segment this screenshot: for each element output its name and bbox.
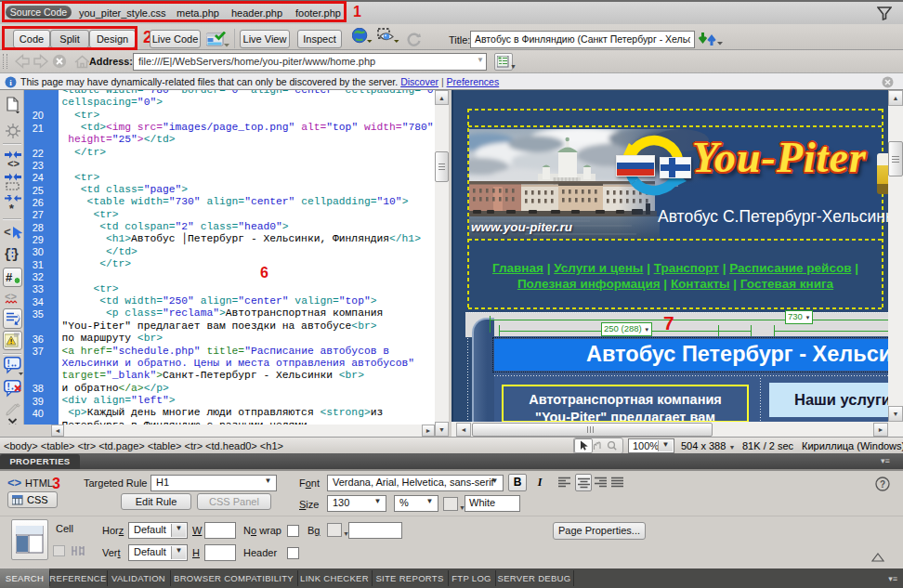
svg-text:!: ! xyxy=(7,359,10,369)
svg-text:#: # xyxy=(6,270,13,284)
svg-text:?: ? xyxy=(880,479,885,490)
svg-text:*: * xyxy=(8,203,16,214)
svg-text:!: ! xyxy=(7,382,10,392)
svg-text:<: < xyxy=(4,226,11,240)
